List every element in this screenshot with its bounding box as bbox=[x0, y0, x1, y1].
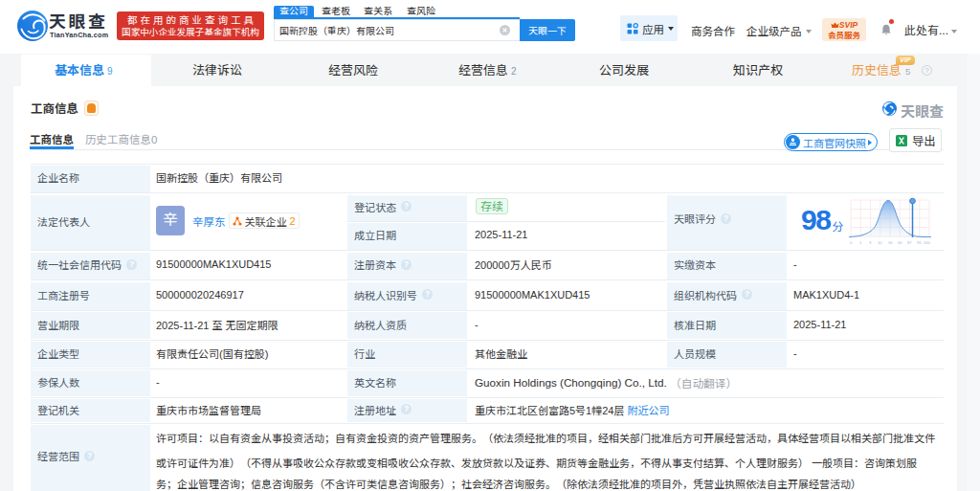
svg-text:1: 1 bbox=[859, 239, 862, 244]
svg-text:3: 3 bbox=[869, 239, 872, 244]
svg-text:60: 60 bbox=[898, 239, 902, 244]
svg-text:87: 87 bbox=[907, 239, 912, 244]
svg-text:30: 30 bbox=[888, 239, 893, 244]
svg-text:0: 0 bbox=[850, 239, 853, 244]
svg-text:10: 10 bbox=[878, 239, 882, 244]
svg-text:100: 100 bbox=[924, 239, 930, 244]
svg-text:99: 99 bbox=[917, 239, 922, 244]
